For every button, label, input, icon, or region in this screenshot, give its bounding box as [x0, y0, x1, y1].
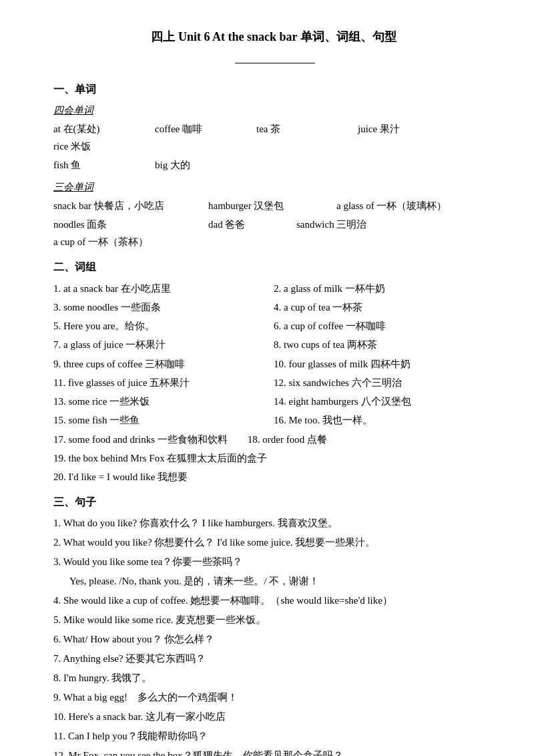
sentence-list: 1. What do you like? 你喜欢什么？ I like hambu…	[53, 514, 494, 756]
sentence-4: 4. She would like a cup of coffee. 她想要一杯…	[53, 592, 494, 610]
phrase-20: 20. I'd like = I would like 我想要	[53, 467, 494, 486]
sentence-10: 10. Here's a snack bar. 这儿有一家小吃店	[53, 708, 494, 726]
section1-heading: 一、单词	[53, 80, 494, 99]
sanhui-row-2: noodles 面条 dad 爸爸 sandwich 三明治 a cup of …	[53, 216, 494, 251]
sentence-7: 7. Anything else? 还要其它东西吗？	[53, 650, 494, 668]
sentence-1: 1. What do you like? 你喜欢什么？ I like hambu…	[53, 514, 494, 532]
phrase-6: 6. a cup of coffee 一杯咖啡	[274, 317, 494, 335]
phrase-16: 16. Me too. 我也一样。	[274, 411, 494, 429]
page-title: 四上 Unit 6 At the snack bar 单词、词组、句型	[53, 27, 494, 48]
phrase-11: 11. five glasses of juice 五杯果汁	[53, 373, 274, 392]
sentence-11: 11. Can I help you？我能帮助你吗？	[53, 727, 494, 745]
phrase-5: 5. Here you are。给你。	[53, 317, 274, 335]
vocab-noodles: noodles 面条	[53, 216, 187, 233]
phrase-8: 8. two cups of tea 两杯茶	[274, 335, 494, 354]
sentence-2: 2. What would you like? 你想要什么？ I'd like …	[53, 534, 494, 552]
vocab-big: big 大的	[155, 156, 235, 174]
section2-heading: 二、词组	[53, 258, 494, 276]
vocab-fish: fish 鱼	[53, 156, 134, 174]
phrase-15: 15. some fish 一些鱼	[53, 411, 274, 429]
sanhui-heading: 三会单词	[53, 178, 494, 196]
phrase-4: 4. a cup of tea 一杯茶	[274, 298, 494, 317]
vocab-rice: rice 米饭	[53, 138, 134, 155]
phrase-14: 14. eight hamburgers 八个汉堡包	[274, 392, 494, 411]
name-line-row	[53, 51, 494, 69]
sentence-12: 12. Mr Fox, can you see the box？狐狸先生，你能看…	[53, 747, 494, 756]
sici-heading: 四会单词	[53, 102, 494, 119]
vocab-juice: juice 果汁	[358, 120, 438, 138]
vocab-coffee: coffee 咖啡	[155, 120, 235, 138]
sanhui-row-1: snack bar 快餐店，小吃店 hamburger 汉堡包 a glass …	[53, 197, 494, 214]
vocab-aglass: a glass of 一杯（玻璃杯）	[336, 197, 447, 214]
vocab-tea: tea 茶	[256, 120, 336, 138]
phrase-2: 2. a glass of milk 一杯牛奶	[274, 279, 494, 298]
phrase-17-18: 17. some food and drinks 一些食物和饮料 18. ord…	[53, 430, 494, 449]
phrase-10: 10. four glasses of milk 四杯牛奶	[274, 355, 494, 373]
phrase-1: 1. at a snack bar 在小吃店里	[53, 279, 274, 298]
phrase-3: 3. some noodles 一些面条	[53, 298, 274, 317]
sentence-5: 5. Mike would like some rice. 麦克想要一些米饭。	[53, 611, 494, 629]
vocab-acup: a cup of 一杯（茶杯）	[53, 233, 148, 250]
sentence-8: 8. I'm hungry. 我饿了。	[53, 669, 494, 687]
sici-row-1: at 在(某处) coffee 咖啡 tea 茶 juice 果汁 rice 米…	[53, 120, 494, 156]
vocab-dad: dad 爸爸	[208, 216, 275, 233]
vocab-sandwich: sandwich 三明治	[296, 216, 403, 233]
sentence-3-indent: Yes, please. /No, thank you. 是的，请来一些。/ 不…	[69, 572, 494, 590]
vocab-at: at 在(某处)	[53, 120, 134, 138]
sentence-3: 3. Would you like some tea？你要一些茶吗？	[53, 553, 494, 571]
vocab-snackbar: snack bar 快餐店，小吃店	[53, 197, 187, 214]
phrase-7: 7. a glass of juice 一杯果汁	[53, 335, 274, 354]
phrase-9: 9. three cups of coffee 三杯咖啡	[53, 355, 274, 373]
sentence-9: 9. What a big egg! 多么大的一个鸡蛋啊！	[53, 689, 494, 707]
vocab-hamburger: hamburger 汉堡包	[208, 197, 315, 214]
sentence-6: 6. What/ How about you？ 你怎么样？	[53, 630, 494, 648]
phrase-12: 12. six sandwiches 六个三明治	[274, 373, 494, 392]
section3-heading: 三、句子	[53, 493, 494, 512]
phrase-19: 19. the box behind Mrs Fox 在狐狸太太后面的盒子	[53, 449, 494, 467]
sici-row-2: fish 鱼 big 大的	[53, 156, 494, 174]
phrase-grid: 1. at a snack bar 在小吃店里 2. a glass of mi…	[53, 279, 494, 487]
phrase-13: 13. some rice 一些米饭	[53, 392, 274, 411]
